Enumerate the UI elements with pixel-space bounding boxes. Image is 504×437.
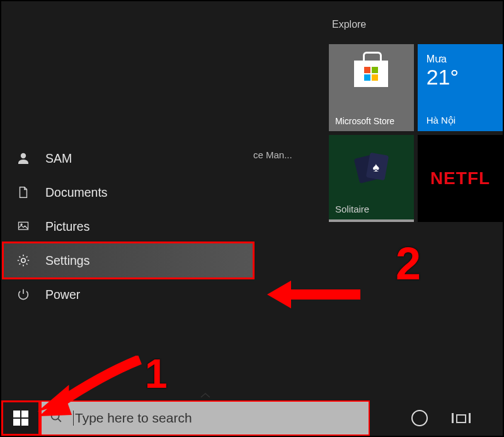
power-icon — [15, 286, 32, 303]
chevron-up-icon[interactable] — [198, 390, 212, 402]
windows-logo-icon — [13, 411, 28, 426]
taskbar-search-box[interactable] — [40, 400, 370, 436]
start-button[interactable] — [1, 400, 40, 436]
solitaire-cards-icon: ♠ — [353, 154, 391, 183]
tile-weather[interactable]: Mưa 21° Hà Nội — [418, 44, 503, 131]
taskbar — [1, 400, 503, 436]
task-view-icon — [452, 413, 471, 423]
weather-location: Hà Nội — [427, 115, 456, 126]
tile-solitaire[interactable]: ♠ Solitaire — [329, 135, 414, 222]
tile-netflix[interactable]: NETFL — [418, 135, 503, 222]
rail-label-documents: Documents — [45, 185, 108, 200]
task-view-button[interactable] — [440, 400, 482, 436]
rail-item-user[interactable]: SAM — [4, 141, 253, 175]
rail-label-user: SAM — [45, 151, 72, 166]
rail-item-documents[interactable]: Documents — [4, 175, 253, 209]
user-icon — [15, 150, 32, 166]
start-left-rail: SAM Documents Pictures Settings Power — [4, 141, 253, 312]
weather-temperature: 21° — [427, 66, 459, 88]
search-input[interactable] — [73, 411, 361, 426]
cortana-ring-icon — [411, 410, 428, 426]
rail-item-power[interactable]: Power — [4, 277, 253, 312]
annotation-number-2: 2 — [396, 238, 421, 289]
explore-heading: Explore — [332, 19, 503, 30]
svg-line-5 — [58, 419, 61, 422]
rail-item-pictures[interactable]: Pictures — [4, 209, 253, 243]
tile-label-store: Microsoft Store — [335, 116, 394, 126]
svg-point-0 — [21, 153, 26, 158]
svg-point-4 — [52, 412, 59, 420]
rail-item-settings[interactable]: Settings — [4, 243, 253, 277]
tile-microsoft-store[interactable]: Microsoft Store — [329, 44, 414, 131]
truncated-app-label: ce Man... — [253, 149, 292, 160]
gear-icon — [15, 252, 32, 269]
svg-point-3 — [21, 259, 25, 262]
annotation-arrow-2 — [266, 250, 373, 320]
svg-marker-6 — [267, 281, 291, 308]
svg-rect-1 — [19, 222, 28, 230]
netflix-logo: NETFL — [430, 168, 490, 189]
svg-point-2 — [21, 224, 22, 225]
cortana-button[interactable] — [399, 400, 440, 436]
store-bag-icon — [354, 61, 388, 87]
rail-label-pictures: Pictures — [45, 219, 89, 234]
document-icon — [15, 184, 32, 201]
rail-label-settings: Settings — [45, 253, 89, 268]
pictures-icon — [15, 218, 32, 235]
tile-label-solitaire: Solitaire — [335, 204, 369, 214]
annotation-number-1: 1 — [145, 351, 168, 397]
rail-label-power: Power — [45, 288, 80, 302]
weather-condition: Mưa — [427, 53, 447, 65]
search-icon — [49, 410, 63, 426]
